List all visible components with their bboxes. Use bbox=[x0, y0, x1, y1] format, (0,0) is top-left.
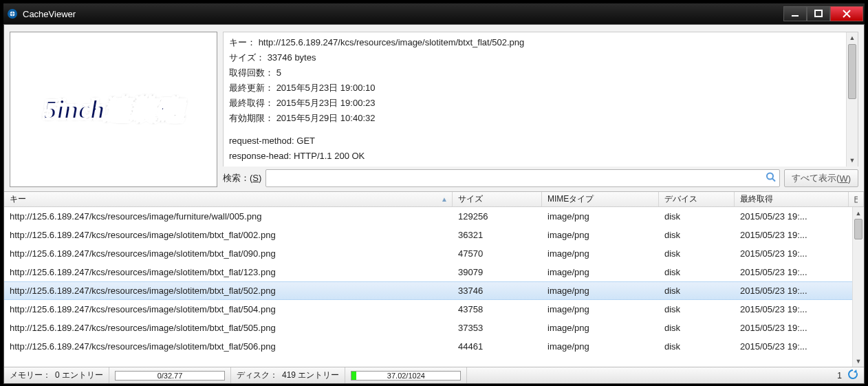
cell-last: 2015/05/23 19:... bbox=[735, 304, 864, 314]
table-row[interactable]: http://125.6.189.247/kcs/resources/image… bbox=[4, 319, 864, 337]
minimize-button[interactable] bbox=[783, 6, 807, 21]
detail-key-label: キー： bbox=[229, 37, 256, 47]
detail-expire-label: 有効期限： bbox=[229, 113, 274, 123]
svg-line-5 bbox=[772, 179, 775, 182]
cell-size: 129256 bbox=[453, 211, 542, 222]
disk-label: ディスク： bbox=[237, 369, 278, 381]
cell-size: 43758 bbox=[453, 304, 542, 314]
preview-pane[interactable]: 5inch連装砲 bbox=[10, 32, 217, 187]
disk-entries: 419 エントリー bbox=[282, 369, 339, 381]
memory-label: メモリー： bbox=[10, 369, 51, 381]
cell-last: 2015/05/23 19:... bbox=[735, 286, 864, 296]
titlebar[interactable]: CacheViewer bbox=[3, 3, 865, 24]
table-row[interactable]: http://125.6.189.247/kcs/resources/image… bbox=[4, 337, 864, 356]
cell-mime: image/png bbox=[542, 323, 659, 333]
cell-mime: image/png bbox=[542, 341, 659, 352]
col-last[interactable]: 最終取得 bbox=[735, 192, 849, 206]
memory-bar: 0/32.77 bbox=[109, 367, 231, 383]
scroll-down-icon[interactable]: ▼ bbox=[847, 155, 858, 167]
detail-key-value: http://125.6.189.247/kcs/resources/image… bbox=[259, 37, 525, 47]
col-mime[interactable]: MIMEタイプ bbox=[542, 192, 659, 206]
disk-bar-text: 37.02/1024 bbox=[351, 372, 460, 380]
close-button[interactable] bbox=[830, 6, 863, 21]
window-buttons bbox=[783, 6, 863, 21]
status-memory: メモリー： 0 エントリー bbox=[4, 367, 109, 383]
cell-dev: disk bbox=[659, 304, 735, 314]
status-disk: ディスク： 419 エントリー bbox=[231, 367, 345, 383]
detail-resphead: response-head: HTTP/1.1 200 OK bbox=[229, 149, 852, 164]
search-box[interactable] bbox=[265, 169, 780, 187]
svg-rect-3 bbox=[815, 10, 822, 17]
cell-mime: image/png bbox=[542, 248, 659, 259]
scroll-down-icon[interactable]: ▼ bbox=[853, 355, 864, 367]
table-scrollbar[interactable]: ▲ ▼ bbox=[852, 207, 864, 367]
cell-key: http://125.6.189.247/kcs/resources/image… bbox=[4, 267, 453, 277]
app-icon bbox=[6, 8, 19, 20]
memory-entries: 0 エントリー bbox=[55, 369, 103, 381]
maximize-button[interactable] bbox=[807, 6, 830, 21]
content-area: 5inch連装砲 キー： http://125.6.189.247/kcs/re… bbox=[3, 24, 865, 384]
status-right: 1 bbox=[832, 369, 864, 382]
cell-dev: disk bbox=[659, 230, 735, 240]
cell-last: 2015/05/23 19:... bbox=[735, 211, 864, 222]
scroll-up-icon[interactable]: ▲ bbox=[847, 32, 858, 44]
cell-mime: image/png bbox=[542, 211, 659, 222]
table-row[interactable]: http://125.6.189.247/kcs/resources/image… bbox=[4, 263, 864, 281]
scroll-thumb[interactable] bbox=[848, 44, 856, 99]
table-header: キー▲ サイズ MIMEタイプ デバイス 最終取得 bbox=[4, 192, 864, 207]
cell-size: 36321 bbox=[453, 230, 542, 240]
table-row[interactable]: http://125.6.189.247/kcs/resources/image… bbox=[4, 207, 864, 226]
cell-mime: image/png bbox=[542, 304, 659, 314]
detail-fetchcount-label: 取得回数： bbox=[229, 67, 274, 78]
cell-mime: image/png bbox=[542, 286, 659, 296]
cell-key: http://125.6.189.247/kcs/resources/image… bbox=[4, 286, 453, 296]
cell-last: 2015/05/23 19:... bbox=[735, 323, 864, 333]
cell-key: http://125.6.189.247/kcs/resources/image… bbox=[4, 230, 453, 240]
detail-lastfetch-value: 2015年5月23日 19:00:23 bbox=[276, 98, 376, 108]
cell-size: 37353 bbox=[453, 323, 542, 333]
status-one: 1 bbox=[837, 371, 842, 380]
show-all-button[interactable]: すべて表示(W) bbox=[784, 169, 858, 187]
table-row[interactable]: http://125.6.189.247/kcs/resources/image… bbox=[4, 226, 864, 244]
detail-scrollbar[interactable]: ▲ ▼ bbox=[846, 32, 858, 167]
table-row[interactable]: http://125.6.189.247/kcs/resources/image… bbox=[4, 281, 864, 300]
col-device[interactable]: デバイス bbox=[659, 192, 735, 206]
search-label: 検索：(S) bbox=[223, 172, 261, 184]
col-size[interactable]: サイズ bbox=[453, 192, 542, 206]
cell-dev: disk bbox=[659, 341, 735, 352]
cell-size: 44461 bbox=[453, 341, 542, 352]
scroll-thumb[interactable] bbox=[854, 219, 862, 239]
detail-expire-value: 2015年5月29日 10:40:32 bbox=[276, 113, 376, 123]
detail-size-value: 33746 bytes bbox=[268, 52, 316, 63]
cell-size: 39079 bbox=[453, 267, 542, 277]
scroll-up-icon[interactable]: ▲ bbox=[853, 207, 864, 219]
cell-dev: disk bbox=[659, 211, 735, 222]
cell-mime: image/png bbox=[542, 230, 659, 240]
detail-reqmethod: request-method: GET bbox=[229, 133, 852, 149]
detail-lastfetch-label: 最終取得： bbox=[229, 98, 274, 108]
cell-dev: disk bbox=[659, 323, 735, 333]
table-body[interactable]: http://125.6.189.247/kcs/resources/image… bbox=[4, 207, 864, 367]
table-row[interactable]: http://125.6.189.247/kcs/resources/image… bbox=[4, 300, 864, 319]
cell-size: 33746 bbox=[453, 286, 542, 296]
table-area: キー▲ サイズ MIMEタイプ デバイス 最終取得 http://125.6.1… bbox=[4, 191, 864, 367]
cell-last: 2015/05/23 19:... bbox=[735, 230, 864, 240]
cell-dev: disk bbox=[659, 248, 735, 259]
svg-rect-2 bbox=[792, 15, 799, 17]
col-key[interactable]: キー▲ bbox=[4, 192, 453, 206]
detail-lastmod-label: 最終更新： bbox=[229, 83, 274, 93]
column-config-button[interactable] bbox=[849, 192, 864, 206]
detail-text-area[interactable]: キー： http://125.6.189.247/kcs/resources/i… bbox=[223, 32, 858, 167]
cell-last: 2015/05/23 19:... bbox=[735, 341, 864, 352]
detail-lastmod-value: 2015年5月23日 19:00:10 bbox=[276, 83, 376, 93]
upper-panel: 5inch連装砲 キー： http://125.6.189.247/kcs/re… bbox=[4, 25, 864, 191]
window-title: CacheViewer bbox=[23, 9, 783, 19]
detail-size-label: サイズ： bbox=[229, 52, 265, 63]
search-input[interactable] bbox=[266, 170, 779, 186]
search-icon[interactable] bbox=[766, 172, 777, 185]
cell-key: http://125.6.189.247/kcs/resources/image… bbox=[4, 304, 453, 314]
cell-size: 47570 bbox=[453, 248, 542, 259]
table-row[interactable]: http://125.6.189.247/kcs/resources/image… bbox=[4, 244, 864, 263]
detail-panel: キー： http://125.6.189.247/kcs/resources/i… bbox=[223, 32, 858, 187]
reload-icon[interactable] bbox=[847, 369, 858, 382]
